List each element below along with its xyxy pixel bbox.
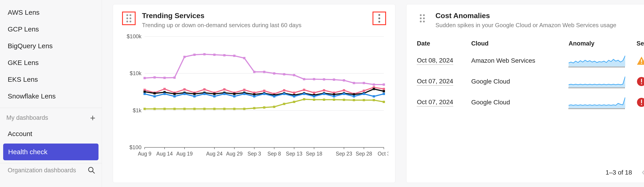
anomaly-date[interactable]: Oct 08, 2024 bbox=[417, 57, 453, 65]
sidebar-item-health-check[interactable]: Health check bbox=[3, 144, 98, 160]
svg-rect-159 bbox=[383, 101, 385, 103]
anomaly-date[interactable]: Oct 07, 2024 bbox=[417, 98, 453, 106]
svg-text:Aug 14: Aug 14 bbox=[156, 151, 173, 157]
table-pager: 1–3 of 18 bbox=[417, 163, 644, 183]
card-header: Cost Anomalies Sudden spikes in your Goo… bbox=[406, 4, 644, 34]
sidebar-section-org-dashboards[interactable]: Organization dashboards bbox=[0, 163, 102, 177]
svg-rect-38 bbox=[174, 76, 176, 79]
svg-rect-112 bbox=[164, 93, 166, 95]
drag-handle-icon[interactable] bbox=[416, 12, 429, 25]
anomaly-date[interactable]: Oct 07, 2024 bbox=[417, 78, 453, 86]
svg-point-165 bbox=[637, 98, 644, 107]
svg-rect-84 bbox=[383, 88, 385, 90]
svg-rect-158 bbox=[373, 99, 375, 101]
svg-rect-88 bbox=[174, 93, 176, 95]
svg-rect-134 bbox=[383, 93, 385, 95]
table-row[interactable]: Oct 07, 2024Google Cloud bbox=[417, 92, 644, 113]
svg-rect-156 bbox=[353, 99, 355, 101]
svg-text:Sep 18: Sep 18 bbox=[306, 151, 322, 157]
svg-rect-37 bbox=[164, 77, 166, 79]
svg-rect-49 bbox=[283, 73, 285, 76]
svg-rect-167 bbox=[641, 104, 642, 105]
anomaly-cloud: Google Cloud bbox=[471, 78, 566, 85]
sidebar-item-gke-lens[interactable]: GKE Lens bbox=[0, 54, 102, 71]
svg-text:Aug 9: Aug 9 bbox=[138, 151, 152, 157]
svg-rect-128 bbox=[323, 93, 325, 95]
anomalies-table: Date Cloud Anomaly Severity Oct 08, 2024… bbox=[406, 34, 644, 183]
svg-text:Sep 28: Sep 28 bbox=[356, 151, 372, 157]
svg-text:$100: $100 bbox=[130, 144, 142, 150]
drag-handle-icon[interactable] bbox=[122, 12, 136, 25]
sidebar-item-snowflake-lens[interactable]: Snowflake Lens bbox=[0, 88, 102, 104]
sidebar-item-eks-lens[interactable]: EKS Lens bbox=[0, 71, 102, 88]
svg-rect-53 bbox=[323, 78, 325, 80]
card-title: Cost Anomalies bbox=[436, 12, 644, 20]
anomaly-sparkline bbox=[568, 96, 625, 108]
svg-rect-137 bbox=[164, 108, 166, 110]
svg-rect-56 bbox=[353, 82, 355, 84]
table-row[interactable]: Oct 07, 2024Google Cloud bbox=[417, 71, 644, 92]
svg-rect-124 bbox=[283, 93, 285, 95]
svg-rect-62 bbox=[164, 88, 166, 90]
more-menu-icon[interactable] bbox=[372, 12, 386, 25]
svg-rect-35 bbox=[144, 77, 146, 79]
svg-rect-50 bbox=[293, 74, 295, 76]
card-titles: Cost Anomalies Sudden spikes in your Goo… bbox=[436, 12, 644, 29]
dashboard-main: Trending Services Trending up or down on… bbox=[102, 0, 644, 187]
svg-rect-154 bbox=[333, 98, 335, 101]
svg-rect-126 bbox=[303, 93, 305, 95]
svg-rect-92 bbox=[213, 93, 216, 95]
svg-rect-144 bbox=[233, 108, 236, 110]
anomaly-cloud: Google Cloud bbox=[471, 99, 566, 106]
svg-rect-85 bbox=[144, 90, 146, 93]
svg-rect-55 bbox=[343, 79, 345, 82]
pager-prev-icon[interactable] bbox=[640, 169, 644, 176]
trending-chart: $100$1k$10k$100kAug 9Aug 14Aug 19Aug 24A… bbox=[113, 34, 395, 183]
svg-text:$100k: $100k bbox=[127, 34, 142, 40]
svg-rect-76 bbox=[303, 89, 305, 91]
card-header: Trending Services Trending up or down on… bbox=[113, 4, 395, 34]
svg-rect-68 bbox=[223, 88, 226, 90]
svg-rect-42 bbox=[213, 54, 216, 56]
sidebar-item-aws-lens[interactable]: AWS Lens bbox=[0, 4, 102, 21]
svg-rect-138 bbox=[174, 108, 176, 110]
svg-rect-72 bbox=[263, 90, 266, 92]
card-subtitle: Sudden spikes in your Google Cloud or Am… bbox=[436, 22, 644, 29]
svg-rect-77 bbox=[313, 92, 315, 94]
sidebar-section-label: My dashboards bbox=[6, 114, 48, 121]
svg-rect-108 bbox=[373, 88, 375, 90]
svg-point-0 bbox=[88, 167, 93, 172]
svg-rect-135 bbox=[144, 108, 146, 110]
svg-rect-116 bbox=[203, 93, 206, 95]
sidebar-item-bigquery-lens[interactable]: BigQuery Lens bbox=[0, 38, 102, 54]
search-icon[interactable] bbox=[88, 166, 95, 174]
svg-rect-142 bbox=[213, 108, 216, 110]
sidebar-item-gcp-lens[interactable]: GCP Lens bbox=[0, 21, 102, 38]
svg-rect-122 bbox=[263, 93, 266, 95]
svg-rect-140 bbox=[194, 108, 196, 110]
svg-rect-94 bbox=[233, 93, 236, 95]
svg-rect-141 bbox=[203, 108, 206, 110]
svg-text:Aug 29: Aug 29 bbox=[226, 151, 243, 157]
svg-rect-109 bbox=[383, 90, 385, 92]
anomaly-severity bbox=[636, 56, 644, 66]
svg-rect-70 bbox=[243, 89, 246, 91]
sidebar-section-my-dashboards: My dashboards + bbox=[0, 108, 102, 126]
svg-rect-148 bbox=[273, 106, 275, 108]
svg-rect-143 bbox=[223, 108, 226, 110]
svg-rect-113 bbox=[174, 95, 176, 98]
svg-rect-115 bbox=[194, 95, 196, 98]
svg-rect-127 bbox=[313, 95, 315, 98]
svg-rect-39 bbox=[184, 56, 186, 58]
table-row[interactable]: Oct 08, 2024Amazon Web Services bbox=[417, 50, 644, 71]
svg-rect-164 bbox=[641, 83, 642, 84]
sidebar-item-account[interactable]: Account bbox=[0, 126, 102, 142]
svg-rect-59 bbox=[383, 84, 385, 86]
svg-rect-90 bbox=[194, 93, 196, 95]
card-subtitle: Trending up or down on-demand services d… bbox=[142, 22, 366, 29]
svg-rect-54 bbox=[333, 78, 335, 81]
svg-rect-58 bbox=[373, 84, 375, 86]
col-severity: Severity bbox=[636, 40, 644, 47]
svg-rect-121 bbox=[253, 95, 256, 98]
svg-rect-44 bbox=[233, 54, 236, 57]
